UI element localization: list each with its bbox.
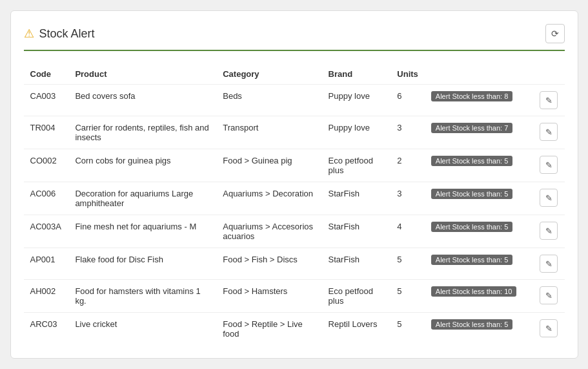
cell-code: CO002 <box>24 149 69 182</box>
cell-units: 2 <box>390 149 425 182</box>
table-row: CO002 Corn cobs for guinea pigs Food > G… <box>24 149 565 182</box>
table-header-row: Code Product Category Brand Units <box>24 64 565 85</box>
cell-brand: Puppy love <box>322 116 391 149</box>
cell-category: Food > Hamsters <box>216 280 321 313</box>
table-row: CA003 Bed covers sofa Beds Puppy love 6 … <box>24 85 565 116</box>
cell-brand: Reptil Lovers <box>322 313 391 346</box>
cell-product: Decoration for aquariums Large amphithea… <box>68 182 216 215</box>
alert-badge: Alert Stock less than: 5 <box>431 156 513 166</box>
card-title: ⚠ Stock Alert <box>24 26 95 41</box>
col-header-alert <box>425 64 534 85</box>
edit-button[interactable]: ✎ <box>540 222 558 240</box>
cell-brand: StarFish <box>322 248 391 280</box>
table-row: ARC03 Live cricket Food > Reptile > Live… <box>24 313 565 346</box>
cell-product: Live cricket <box>68 313 216 346</box>
col-header-action <box>533 64 564 85</box>
cell-action: ✎ <box>533 182 564 215</box>
alert-badge: Alert Stock less than: 5 <box>431 222 513 232</box>
cell-code: AH002 <box>24 280 69 313</box>
cell-alert: Alert Stock less than: 5 <box>425 149 534 182</box>
cell-product: Corn cobs for guinea pigs <box>68 149 216 182</box>
table-row: AC003A Fine mesh net for aquariums - M A… <box>24 215 565 248</box>
cell-category: Food > Fish > Discs <box>216 248 321 280</box>
col-header-brand: Brand <box>322 64 391 85</box>
cell-brand: StarFish <box>322 182 391 215</box>
cell-code: AP001 <box>24 248 69 280</box>
edit-button[interactable]: ✎ <box>540 123 558 141</box>
edit-button[interactable]: ✎ <box>540 286 558 304</box>
cell-category: Beds <box>216 85 321 116</box>
page-title: Stock Alert <box>39 27 95 41</box>
table-row: AH002 Food for hamsters with vitamins 1 … <box>24 280 565 313</box>
cell-category: Aquariums > Accesorios acuarios <box>216 215 321 248</box>
cell-code: ARC03 <box>24 313 69 346</box>
table-row: AC006 Decoration for aquariums Large amp… <box>24 182 565 215</box>
col-header-category: Category <box>216 64 321 85</box>
alert-badge: Alert Stock less than: 5 <box>431 319 513 330</box>
cell-category: Aquariums > Decoration <box>216 182 321 215</box>
cell-action: ✎ <box>533 116 564 149</box>
cell-alert: Alert Stock less than: 5 <box>425 248 534 280</box>
cell-alert: Alert Stock less than: 5 <box>425 215 534 248</box>
cell-product: Bed covers sofa <box>68 85 216 116</box>
stock-table: Code Product Category Brand Units CA003 … <box>24 64 565 345</box>
alert-badge: Alert Stock less than: 7 <box>431 123 513 133</box>
cell-alert: Alert Stock less than: 5 <box>425 313 534 346</box>
alert-badge: Alert Stock less than: 5 <box>431 255 513 265</box>
cell-units: 3 <box>390 116 425 149</box>
col-header-product: Product <box>68 64 216 85</box>
cell-action: ✎ <box>533 215 564 248</box>
edit-button[interactable]: ✎ <box>540 91 558 109</box>
edit-button[interactable]: ✎ <box>540 156 558 174</box>
alert-badge: Alert Stock less than: 5 <box>431 189 513 199</box>
card-header: ⚠ Stock Alert ⟳ <box>24 24 565 51</box>
cell-product: Fine mesh net for aquariums - M <box>68 215 216 248</box>
cell-alert: Alert Stock less than: 10 <box>425 280 534 313</box>
cell-product: Flake food for Disc Fish <box>68 248 216 280</box>
cell-action: ✎ <box>533 313 564 346</box>
refresh-button[interactable]: ⟳ <box>545 24 565 43</box>
cell-units: 5 <box>390 313 425 346</box>
cell-brand: Eco petfood plus <box>322 149 391 182</box>
cell-brand: StarFish <box>322 215 391 248</box>
stock-alert-card: ⚠ Stock Alert ⟳ Code Product Category Br… <box>10 10 578 359</box>
alert-badge: Alert Stock less than: 8 <box>431 91 513 101</box>
cell-code: AC006 <box>24 182 69 215</box>
table-row: AP001 Flake food for Disc Fish Food > Fi… <box>24 248 565 280</box>
cell-code: AC003A <box>24 215 69 248</box>
cell-units: 6 <box>390 85 425 116</box>
table-row: TR004 Carrier for rodents, reptiles, fis… <box>24 116 565 149</box>
cell-code: CA003 <box>24 85 69 116</box>
cell-alert: Alert Stock less than: 5 <box>425 182 534 215</box>
cell-product: Carrier for rodents, reptiles, fish and … <box>68 116 216 149</box>
cell-alert: Alert Stock less than: 8 <box>425 85 534 116</box>
col-header-units: Units <box>390 64 425 85</box>
warning-icon: ⚠ <box>24 26 34 41</box>
cell-product: Food for hamsters with vitamins 1 kg. <box>68 280 216 313</box>
cell-category: Transport <box>216 116 321 149</box>
cell-brand: Puppy love <box>322 85 391 116</box>
edit-button[interactable]: ✎ <box>540 319 558 337</box>
cell-units: 3 <box>390 182 425 215</box>
cell-action: ✎ <box>533 85 564 116</box>
edit-button[interactable]: ✎ <box>540 255 558 273</box>
cell-alert: Alert Stock less than: 7 <box>425 116 534 149</box>
alert-badge: Alert Stock less than: 10 <box>431 286 517 297</box>
cell-units: 5 <box>390 248 425 280</box>
cell-brand: Eco petfood plus <box>322 280 391 313</box>
cell-code: TR004 <box>24 116 69 149</box>
cell-action: ✎ <box>533 149 564 182</box>
edit-button[interactable]: ✎ <box>540 189 558 207</box>
cell-units: 5 <box>390 280 425 313</box>
cell-action: ✎ <box>533 248 564 280</box>
cell-category: Food > Reptile > Live food <box>216 313 321 346</box>
col-header-code: Code <box>24 64 69 85</box>
cell-units: 4 <box>390 215 425 248</box>
cell-action: ✎ <box>533 280 564 313</box>
cell-category: Food > Guinea pig <box>216 149 321 182</box>
